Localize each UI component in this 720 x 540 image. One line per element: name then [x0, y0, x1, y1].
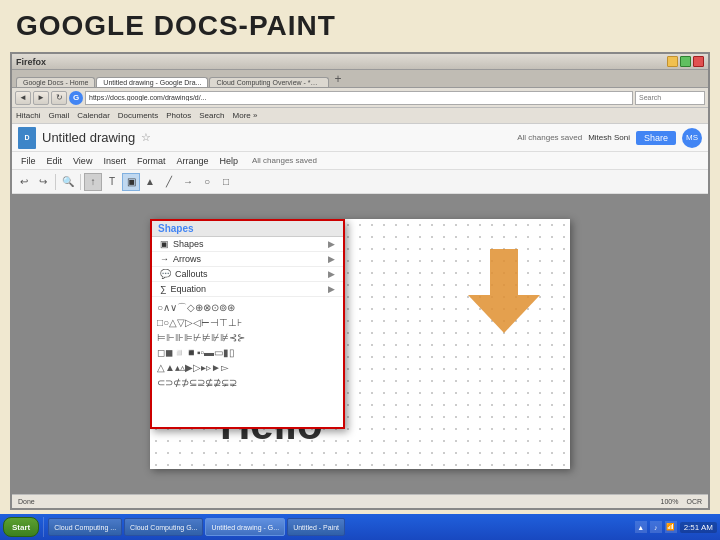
browser-brand: Firefox — [16, 57, 46, 67]
docs-title: Untitled drawing — [42, 130, 135, 145]
redo-button[interactable]: ↪ — [34, 173, 52, 191]
refresh-button[interactable]: ↻ — [51, 91, 67, 105]
symbol-row-4: ◻◼◽◾▪▫▬▭▮▯ — [157, 345, 338, 360]
status-ocr: OCR — [686, 498, 702, 505]
symbol-row-2: □○△▽▷◁⊢⊣⊤⊥⊦ — [157, 315, 338, 330]
docs-star-icon[interactable]: ☆ — [141, 131, 151, 144]
select-button[interactable]: ↑ — [84, 173, 102, 191]
symbol-row-6: ⊂⊃⊄⊅⊆⊇⊈⊉⊊⊋ — [157, 375, 338, 390]
shapes-symbols-area: ○∧∨⌒◇⊕⊗⊙⊚⊛ □○△▽▷◁⊢⊣⊤⊥⊦ ⊨⊩⊪⊫⊬⊭⊮⊯⊰⊱ ◻◼◽◾▪▫… — [152, 297, 343, 393]
menu-arrange[interactable]: Arrange — [171, 155, 213, 167]
drawing-canvas[interactable]: Hello Shapes — [150, 219, 570, 469]
toolbar-separator2 — [80, 174, 81, 190]
docs-logo: D — [18, 127, 36, 149]
rect-button[interactable]: □ — [217, 173, 235, 191]
line-button[interactable]: ╱ — [160, 173, 178, 191]
zoom-level: 100% — [661, 498, 679, 505]
bookmark-photos[interactable]: Photos — [166, 111, 191, 120]
docs-status-bar: Done 100% OCR — [12, 494, 708, 508]
address-bar: ◄ ► ↻ G — [12, 88, 708, 108]
browser-titlebar: Firefox — [12, 54, 708, 70]
menu-edit[interactable]: Edit — [42, 155, 68, 167]
shapes-menu-header: Shapes — [152, 221, 343, 237]
user-name: Mitesh Soni — [588, 133, 630, 142]
start-button[interactable]: Start — [3, 517, 39, 537]
bookmark-calendar[interactable]: Calendar — [77, 111, 109, 120]
bookmark-search[interactable]: Search — [199, 111, 224, 120]
arrow-button[interactable]: → — [179, 173, 197, 191]
favicon: G — [69, 91, 83, 105]
undo-button[interactable]: ↩ — [15, 173, 33, 191]
search-input[interactable] — [635, 91, 705, 105]
symbol-row-3: ⊨⊩⊪⊫⊬⊭⊮⊯⊰⊱ — [157, 330, 338, 345]
clock-display: 2:51 AM — [680, 522, 717, 533]
systray-icon-1: ▲ — [635, 521, 647, 533]
systray-icon-2: ♪ — [650, 521, 662, 533]
menu-format[interactable]: Format — [132, 155, 171, 167]
systray-icon-3: 📶 — [665, 521, 677, 533]
close-button[interactable] — [693, 56, 704, 67]
tabs-bar: Google Docs - Home Untitled drawing - Go… — [12, 70, 708, 88]
slide-title-area: GOOGLE DOCS-PAINT — [0, 0, 720, 46]
taskbar-task-cloud1[interactable]: Cloud Computing ... — [48, 518, 122, 536]
taskbar-task-drawing[interactable]: Untitled drawing - G... — [205, 518, 285, 536]
shape-button[interactable]: ▲ — [141, 173, 159, 191]
image-button[interactable]: ▣ — [122, 173, 140, 191]
restore-button[interactable] — [680, 56, 691, 67]
autosave-inline: All changes saved — [252, 156, 317, 165]
shapes-menu-item-equation[interactable]: ∑ Equation ▶ — [152, 282, 343, 297]
menu-help[interactable]: Help — [214, 155, 243, 167]
circle-button[interactable]: ○ — [198, 173, 216, 191]
new-tab-button[interactable]: + — [330, 72, 345, 86]
tab-google-docs-home[interactable]: Google Docs - Home — [16, 77, 95, 87]
bookmark-documents[interactable]: Documents — [118, 111, 158, 120]
systray-area: ▲ ♪ 📶 2:51 AM — [635, 521, 717, 533]
taskbar-task-cloud2[interactable]: Cloud Computing G... — [124, 518, 203, 536]
docs-header-right: All changes saved Mitesh Soni Share MS — [517, 128, 702, 148]
back-button[interactable]: ◄ — [15, 91, 31, 105]
drawing-area: Hello Shapes — [12, 194, 708, 494]
shapes-menu-item-callouts[interactable]: 💬 Callouts ▶ — [152, 267, 343, 282]
windows-taskbar: Start Cloud Computing ... Cloud Computin… — [0, 514, 720, 540]
shapes-menu-item-shapes[interactable]: ▣ Shapes ▶ — [152, 237, 343, 252]
shapes-menu-item-arrows[interactable]: → Arrows ▶ — [152, 252, 343, 267]
autosave-status: All changes saved — [517, 133, 582, 142]
status-done: Done — [18, 498, 35, 505]
forward-button[interactable]: ► — [33, 91, 49, 105]
share-button[interactable]: Share — [636, 131, 676, 145]
bookmarks-bar: Hitachi Gmail Calendar Documents Photos … — [12, 108, 708, 124]
tab-cloud-computing[interactable]: Cloud Computing Overview - *Goog... — [209, 77, 329, 87]
menu-file[interactable]: File — [16, 155, 41, 167]
zoom-button[interactable]: 🔍 — [59, 173, 77, 191]
symbol-row-5: △▲▴▵▶▷▸▹►▻ — [157, 360, 338, 375]
taskbar-task-paint[interactable]: Untitled - Paint — [287, 518, 345, 536]
minimize-button[interactable] — [667, 56, 678, 67]
orange-arrow-shape[interactable] — [468, 249, 540, 333]
text-button[interactable]: T — [103, 173, 121, 191]
shapes-dropdown-menu: Shapes ▣ Shapes ▶ → Arrows ▶ — [150, 219, 345, 429]
menu-bar: File Edit View Insert Format Arrange Hel… — [12, 152, 708, 170]
slide-title: GOOGLE DOCS-PAINT — [16, 10, 704, 42]
docs-app: D Untitled drawing ☆ All changes saved M… — [12, 124, 708, 508]
symbol-row-1: ○∧∨⌒◇⊕⊗⊙⊚⊛ — [157, 300, 338, 315]
bookmark-hitachi[interactable]: Hitachi — [16, 111, 40, 120]
user-avatar[interactable]: MS — [682, 128, 702, 148]
menu-view[interactable]: View — [68, 155, 97, 167]
toolbar-separator — [55, 174, 56, 190]
tab-untitled-drawing[interactable]: Untitled drawing - Google Dra... — [96, 77, 208, 87]
bookmark-more[interactable]: More » — [233, 111, 258, 120]
canvas-resize-handle[interactable] — [690, 478, 700, 488]
browser-window: Firefox Google Docs - Home Untitled draw… — [10, 52, 710, 510]
toolbar: ↩ ↪ 🔍 ↑ T ▣ ▲ ╱ → ○ □ — [12, 170, 708, 194]
bookmark-gmail[interactable]: Gmail — [48, 111, 69, 120]
address-input[interactable] — [85, 91, 633, 105]
presentation-slide: GOOGLE DOCS-PAINT Firefox Google Docs - … — [0, 0, 720, 540]
docs-header: D Untitled drawing ☆ All changes saved M… — [12, 124, 708, 152]
status-right: 100% OCR — [661, 498, 702, 505]
menu-insert[interactable]: Insert — [98, 155, 131, 167]
